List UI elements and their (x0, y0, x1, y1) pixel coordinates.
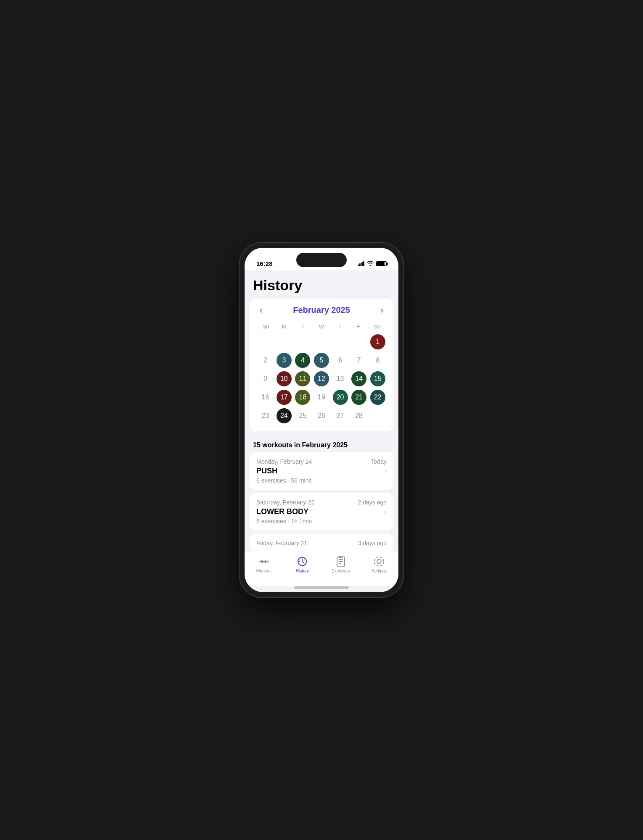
day-12[interactable]: 12 (314, 371, 329, 386)
day-20[interactable]: 20 (333, 390, 348, 405)
day-5[interactable]: 5 (314, 353, 329, 368)
calendar-cell-28[interactable]: 22 (369, 388, 387, 406)
workout-summary: 15 workouts in February 2025 (245, 435, 398, 452)
day-6[interactable]: 6 (333, 353, 348, 368)
nav-item-workout[interactable]: Workout (245, 556, 283, 573)
calendar-day-headers: Su M T W T F Sa (256, 322, 387, 331)
card-top-row-3: Friday, February 21 3 days ago (256, 540, 387, 546)
day-9[interactable]: 9 (258, 371, 273, 386)
day-header-t2: T (331, 322, 349, 331)
calendar-cell-20[interactable]: 14 (350, 370, 368, 388)
screen-content[interactable]: History ‹ February 2025 › Su M T W T F (245, 270, 398, 552)
calendar-cell-21[interactable]: 15 (369, 370, 387, 388)
day-19[interactable]: 19 (314, 390, 329, 405)
card-name-row-1: PUSH › (256, 467, 387, 475)
calendar-cell-26[interactable]: 20 (331, 388, 349, 406)
calendar-cell-27[interactable]: 21 (350, 388, 368, 406)
calendar-cell-29[interactable]: 23 (256, 407, 274, 425)
phone-screen: 16:28 (245, 248, 398, 592)
next-month-button[interactable]: › (377, 304, 387, 317)
calendar-cell-6 (350, 333, 368, 351)
calendar-cell-10[interactable]: 4 (294, 352, 312, 369)
svg-rect-3 (263, 561, 265, 562)
nav-label-workout: Workout (256, 569, 271, 573)
day-8[interactable]: 8 (370, 353, 385, 368)
day-15[interactable]: 15 (370, 371, 385, 386)
card-ago-1: Today (371, 458, 387, 465)
day-13[interactable]: 13 (333, 371, 348, 386)
nav-label-settings: Settings (372, 569, 387, 573)
day-1[interactable]: 1 (370, 334, 385, 349)
calendar-cell-2 (275, 333, 293, 351)
day-22[interactable]: 22 (370, 390, 385, 405)
calendar-cell-14[interactable]: 8 (369, 352, 387, 369)
day-17[interactable]: 17 (277, 390, 292, 405)
card-details-2: 6 exercises · 1h 1min (256, 518, 387, 525)
calendar-cell-19[interactable]: 13 (331, 370, 349, 388)
day-4[interactable]: 4 (295, 353, 310, 368)
day-11[interactable]: 11 (295, 371, 310, 386)
svg-rect-0 (259, 561, 261, 562)
day-18[interactable]: 18 (295, 390, 310, 405)
day-23[interactable]: 23 (258, 408, 273, 423)
day-3[interactable]: 3 (277, 353, 292, 368)
calendar-cell-32[interactable]: 26 (313, 407, 331, 425)
day-10[interactable]: 10 (277, 371, 292, 386)
exercises-icon (335, 556, 347, 567)
calendar-cell-30[interactable]: 24 (275, 407, 293, 425)
svg-rect-4 (267, 561, 269, 562)
svg-rect-7 (339, 559, 343, 560)
day-header-su: Su (256, 322, 275, 331)
battery-icon (376, 261, 387, 266)
day-25[interactable]: 25 (295, 408, 310, 423)
prev-month-button[interactable]: ‹ (256, 304, 266, 317)
day-21[interactable]: 21 (351, 390, 366, 405)
card-chevron-2: › (384, 507, 387, 516)
workout-card-2[interactable]: Saturday, February 22 2 days ago LOWER B… (250, 493, 393, 530)
nav-item-exercises[interactable]: Exercises (322, 556, 360, 573)
calendar-cell-13[interactable]: 7 (350, 352, 368, 369)
calendar-cell-23[interactable]: 17 (275, 388, 293, 406)
calendar-cell-17[interactable]: 11 (294, 370, 312, 388)
nav-item-history[interactable]: History (283, 556, 322, 573)
day-header-sa: Sa (368, 322, 387, 331)
bottom-nav: Workout History (245, 552, 398, 586)
day-7[interactable]: 7 (351, 353, 366, 368)
calendar-cell-16[interactable]: 10 (275, 370, 293, 388)
nav-item-settings[interactable]: Settings (360, 556, 399, 573)
workout-card-3[interactable]: Friday, February 21 3 days ago (250, 534, 393, 552)
day-2[interactable]: 2 (258, 353, 273, 368)
settings-icon (373, 556, 385, 567)
card-ago-2: 2 days ago (358, 499, 387, 506)
calendar-cell-24[interactable]: 18 (294, 388, 312, 406)
calendar-cell-9[interactable]: 3 (275, 352, 293, 369)
calendar-cell-33[interactable]: 27 (331, 407, 349, 425)
calendar-cell-15[interactable]: 9 (256, 370, 274, 388)
day-26[interactable]: 26 (314, 408, 329, 423)
calendar-cell-22[interactable]: 16 (256, 388, 274, 406)
calendar-cell-11[interactable]: 5 (313, 352, 331, 369)
svg-rect-10 (339, 556, 343, 558)
day-27[interactable]: 27 (333, 408, 348, 423)
svg-rect-2 (265, 560, 266, 563)
calendar-cell-25[interactable]: 19 (313, 388, 331, 406)
calendar-cell-7[interactable]: 1 (369, 333, 387, 351)
calendar-header: ‹ February 2025 › (256, 304, 387, 317)
day-16[interactable]: 16 (258, 390, 273, 405)
calendar-cell-1 (256, 333, 274, 351)
card-name-row-2: LOWER BODY › (256, 507, 387, 516)
calendar-cell-31[interactable]: 25 (294, 407, 312, 425)
history-icon (296, 556, 308, 567)
calendar-cell-18[interactable]: 12 (313, 370, 331, 388)
calendar-cell-34[interactable]: 28 (350, 407, 368, 425)
workout-card-1[interactable]: Monday, February 24 Today PUSH › 6 exerc… (250, 452, 393, 490)
calendar-cell-8[interactable]: 2 (256, 352, 274, 369)
card-date-2: Saturday, February 22 (256, 499, 314, 506)
day-14[interactable]: 14 (351, 371, 366, 386)
day-24[interactable]: 24 (277, 408, 292, 423)
home-indicator (294, 586, 349, 589)
calendar-cell-12[interactable]: 6 (331, 352, 349, 369)
calendar-cell-3 (294, 333, 312, 351)
day-28[interactable]: 28 (351, 408, 366, 423)
card-ago-3: 3 days ago (358, 540, 387, 546)
